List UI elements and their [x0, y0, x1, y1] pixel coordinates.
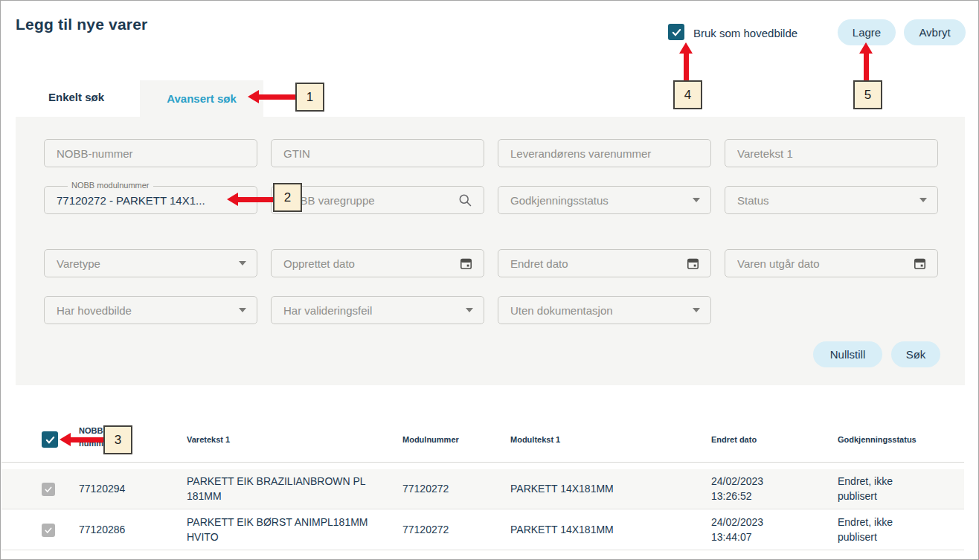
cell-nobb-number: 77120286 — [79, 510, 125, 550]
arrow-shaft — [70, 437, 103, 442]
approval-status-placeholder: Godkjenningsstatus — [510, 194, 693, 207]
caret-down-icon[interactable] — [466, 308, 473, 312]
without-documentation-placeholder: Uten dokumentasjon — [510, 304, 693, 317]
use-as-main-image-checkbox[interactable] — [668, 24, 684, 40]
supplier-item-number-input[interactable]: Leverandørens varenummer — [498, 139, 711, 167]
has-main-image-select[interactable]: Har hovedbilde — [44, 296, 257, 324]
calendar-icon[interactable] — [913, 257, 927, 271]
arrow-left-icon — [60, 433, 71, 446]
column-header-varetekst: Varetekst 1 — [187, 435, 230, 444]
reset-button[interactable]: Nullstill — [813, 341, 882, 367]
cell-module-text: PARKETT 14X181MM — [510, 510, 614, 550]
approval-status-select[interactable]: Godkjenningsstatus — [498, 186, 711, 214]
item-expires-date-placeholder: Varen utgår dato — [737, 257, 913, 270]
select-all-checkbox[interactable] — [42, 431, 58, 448]
column-header-endret: Endret dato — [711, 435, 757, 444]
search-button[interactable]: Søk — [891, 341, 940, 367]
item-type-select[interactable]: Varetype — [44, 249, 257, 277]
status-select[interactable]: Status — [725, 186, 938, 214]
has-validation-errors-select[interactable]: Har valideringsfeil — [271, 296, 484, 324]
has-main-image-placeholder: Har hovedbilde — [57, 304, 239, 317]
cell-approval-status: Endret, ikke publisert — [838, 510, 911, 550]
item-type-placeholder: Varetype — [57, 257, 239, 270]
created-date-input[interactable]: Opprettet dato — [271, 249, 484, 277]
changed-date-placeholder: Endret dato — [510, 257, 686, 270]
checkmark-icon — [45, 434, 56, 445]
cell-nobb-number: 77120294 — [79, 469, 125, 509]
supplier-item-number-placeholder: Leverandørens varenummer — [510, 147, 700, 160]
callout-box-5: 5 — [853, 80, 882, 109]
item-expires-date-input[interactable]: Varen utgår dato — [725, 249, 938, 277]
calendar-icon[interactable] — [686, 257, 700, 271]
arrow-up-icon — [679, 42, 693, 54]
nobb-number-input[interactable]: NOBB-nummer — [44, 139, 257, 167]
callout-box-4: 4 — [673, 80, 702, 109]
arrow-shaft — [864, 53, 869, 80]
calendar-icon[interactable] — [459, 257, 473, 271]
arrow-up-icon — [859, 42, 873, 54]
checkmark-icon — [44, 485, 53, 494]
caret-down-icon[interactable] — [693, 198, 700, 202]
caret-down-icon[interactable] — [919, 198, 927, 202]
callout-box-1: 1 — [295, 83, 324, 112]
has-validation-errors-placeholder: Har valideringsfeil — [283, 304, 466, 317]
search-icon[interactable] — [458, 193, 473, 208]
column-header-modultekst: Modultekst 1 — [510, 435, 560, 444]
cell-item-text: PARKETT EIK BRAZILIANBROWN PL 181MM — [187, 469, 376, 509]
table-row: 77120294 PARKETT EIK BRAZILIANBROWN PL 1… — [1, 469, 964, 509]
cell-module-number: 77120272 — [402, 469, 449, 509]
column-header-status: Godkjenningsstatus — [838, 435, 917, 444]
arrow-shaft — [237, 197, 273, 202]
row-checkbox[interactable] — [42, 483, 55, 496]
status-placeholder: Status — [737, 194, 919, 207]
without-documentation-select[interactable]: Uten dokumentasjon — [498, 296, 711, 324]
save-button[interactable]: Lagre — [838, 19, 896, 45]
tab-simple-search[interactable]: Enkelt søk — [48, 91, 104, 103]
cell-item-text: PARKETT EIK BØRST ANIMPL181MM HVITO — [187, 510, 376, 550]
cell-module-text: PARKETT 14X181MM — [510, 469, 614, 509]
cell-approval-status: Endret, ikke publisert — [838, 469, 911, 509]
table-row: 77120286 PARKETT EIK BØRST ANIMPL181MM H… — [1, 510, 964, 550]
tab-advanced-search[interactable]: Avansert søk — [140, 80, 263, 117]
callout-box-3: 3 — [103, 425, 132, 454]
nobb-module-number-input[interactable]: 77120272 - PARKETT 14X1... — [44, 186, 257, 214]
caret-down-icon[interactable] — [239, 261, 246, 265]
item-text-1-input[interactable]: Varetekst 1 — [725, 139, 938, 167]
arrow-left-icon — [227, 193, 238, 206]
checkmark-icon — [44, 526, 53, 535]
cell-changed-date: 24/02/2023 13:44:07 — [711, 510, 795, 550]
cancel-button[interactable]: Avbryt — [904, 19, 966, 45]
nobb-product-group-placeholder: NOBB varegruppe — [283, 194, 458, 207]
cell-changed-date: 24/02/2023 13:26:52 — [711, 469, 795, 509]
nobb-number-placeholder: NOBB-nummer — [57, 147, 246, 160]
changed-date-input[interactable]: Endret dato — [498, 249, 711, 277]
page-title: Legg til nye varer — [16, 16, 148, 33]
arrow-shaft — [258, 94, 295, 100]
row-checkbox[interactable] — [42, 524, 55, 537]
caret-down-icon[interactable] — [693, 308, 700, 312]
page: Legg til nye varer Bruk som hovedbilde L… — [0, 0, 979, 560]
column-header-modulnummer: Modulnummer — [402, 435, 459, 444]
checkmark-icon — [671, 27, 682, 38]
gtin-placeholder: GTIN — [283, 147, 473, 160]
nobb-module-number-value: 77120272 - PARKETT 14X1... — [57, 194, 246, 207]
arrow-shaft — [684, 53, 689, 80]
callout-box-2: 2 — [273, 183, 302, 212]
table-header-divider — [1, 462, 964, 463]
caret-down-icon[interactable] — [239, 308, 246, 312]
nobb-product-group-input[interactable]: NOBB varegruppe — [271, 186, 484, 214]
nobb-module-number-label: NOBB modulnummer — [68, 181, 153, 190]
gtin-input[interactable]: GTIN — [271, 139, 484, 167]
use-as-main-image-label: Bruk som hovedbilde — [693, 27, 797, 39]
item-text-1-placeholder: Varetekst 1 — [737, 147, 927, 160]
created-date-placeholder: Opprettet dato — [283, 257, 459, 270]
cell-module-number: 77120272 — [402, 510, 449, 550]
arrow-left-icon — [248, 90, 259, 103]
